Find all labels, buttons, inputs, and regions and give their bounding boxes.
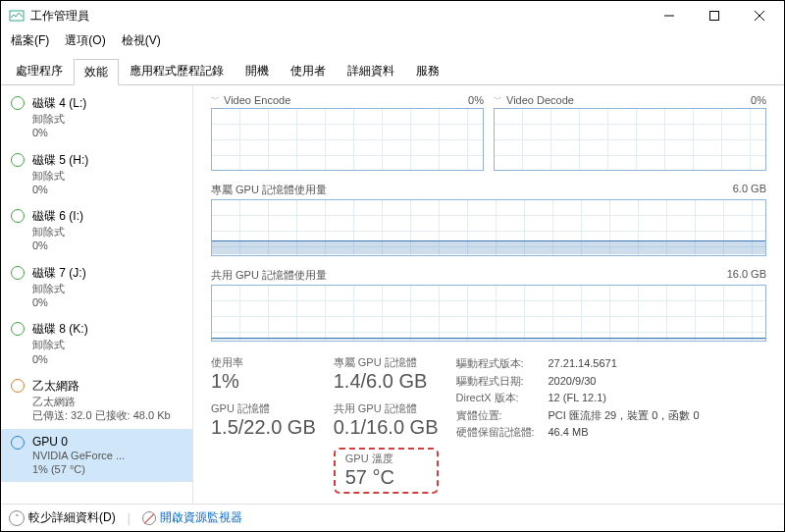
sidebar[interactable]: 磁碟 4 (L:) 卸除式 0% 磁碟 5 (H:) 卸除式 0% 磁碟 6 (… [1, 85, 193, 504]
sidebar-item-sub2: 0% [32, 126, 86, 139]
chart-video-decode[interactable]: ﹀ Video Decode 0% [494, 93, 766, 171]
sidebar-item-name: 磁碟 5 (H:) [32, 152, 88, 169]
status-dot-icon [11, 209, 25, 223]
chart-max: 6.0 GB [733, 183, 766, 197]
status-dot-icon [11, 379, 25, 393]
svg-rect-2 [710, 12, 719, 21]
tab-processes[interactable]: 處理程序 [5, 58, 74, 84]
gpu-info-table: 驅動程式版本:27.21.14.5671 驅動程式日期:2020/9/30 Di… [456, 355, 700, 494]
status-dot-icon [11, 153, 25, 167]
tabbar: 處理程序 效能 應用程式歷程記錄 開機 使用者 詳細資料 服務 [1, 54, 784, 85]
menu-file[interactable]: 檔案(F) [3, 30, 57, 50]
menubar: 檔案(F) 選項(O) 檢視(V) [1, 30, 784, 50]
chart-graph [211, 108, 484, 171]
stat-dedicated-value: 1.4/6.0 GB [334, 370, 439, 392]
sidebar-item-disk5[interactable]: 磁碟 5 (H:) 卸除式 0% [1, 146, 192, 203]
sidebar-item-disk7[interactable]: 磁碟 7 (J:) 卸除式 0% [1, 259, 192, 316]
tab-performance[interactable]: 效能 [74, 59, 119, 85]
chart-shared-gpu-mem[interactable]: 共用 GPU 記憶體使用量 16.0 GB [211, 268, 766, 342]
chart-title: Video Encode [224, 94, 290, 106]
status-dot-icon [11, 266, 25, 280]
chart-max: 16.0 GB [727, 268, 766, 283]
stat-gpumem-label: GPU 記憶體 [211, 401, 316, 416]
separator: | [128, 511, 131, 525]
chart-graph [211, 285, 766, 342]
menu-options[interactable]: 選項(O) [57, 30, 113, 50]
fewer-details-button[interactable]: ˄ 較少詳細資料(D) [9, 509, 116, 526]
stat-usage-label: 使用率 [211, 355, 316, 370]
minimize-button[interactable] [647, 1, 692, 30]
resmon-icon [142, 511, 156, 525]
gpu-temp-highlight: GPU 溫度 57 °C [334, 448, 439, 494]
chart-title: Video Decode [506, 94, 574, 106]
chart-dedicated-gpu-mem[interactable]: 專屬 GPU 記憶體使用量 6.0 GB [211, 183, 766, 256]
menu-view[interactable]: 檢視(V) [114, 30, 169, 50]
stat-dedicated-label: 專屬 GPU 記憶體 [334, 355, 439, 370]
sidebar-item-disk6[interactable]: 磁碟 6 (I:) 卸除式 0% [1, 202, 192, 259]
chart-title: 共用 GPU 記憶體使用量 [211, 268, 327, 283]
sidebar-item-gpu0[interactable]: GPU 0 NVIDIA GeForce ... 1% (57 °C) [1, 429, 192, 483]
tab-users[interactable]: 使用者 [280, 58, 337, 84]
chart-pct: 0% [468, 94, 484, 106]
window-title: 工作管理員 [30, 8, 647, 25]
sidebar-item-sub: 卸除式 [32, 112, 86, 126]
chart-video-encode[interactable]: ﹀ Video Encode 0% [211, 93, 484, 171]
tab-startup[interactable]: 開機 [235, 58, 280, 84]
stat-temp-value: 57 °C [345, 466, 427, 488]
tab-services[interactable]: 服務 [405, 58, 450, 84]
stat-shared-value: 0.1/16.0 GB [334, 416, 439, 438]
chevron-down-icon[interactable]: ﹀ [211, 93, 220, 106]
chart-title: 專屬 GPU 記憶體使用量 [211, 183, 327, 197]
titlebar: 工作管理員 [1, 1, 784, 30]
chart-graph [211, 199, 766, 256]
chevron-down-icon[interactable]: ﹀ [494, 93, 502, 106]
app-icon [9, 8, 25, 24]
status-dot-icon [11, 436, 25, 450]
stat-shared-label: 共用 GPU 記憶體 [334, 401, 439, 416]
maximize-button[interactable] [692, 1, 737, 30]
chevron-up-icon: ˄ [9, 510, 25, 526]
close-button[interactable] [737, 1, 782, 30]
footer: ˄ 較少詳細資料(D) | 開啟資源監視器 [1, 504, 784, 531]
sidebar-item-ethernet[interactable]: 乙太網路 乙太網路 已傳送: 32.0 已接收: 48.0 Kb [1, 372, 192, 429]
stat-usage-value: 1% [211, 370, 316, 392]
open-resmon-link[interactable]: 開啟資源監視器 [142, 509, 242, 526]
sidebar-item-name: 磁碟 4 (L:) [32, 95, 86, 112]
stat-gpumem-value: 1.5/22.0 GB [211, 416, 316, 438]
sidebar-item-disk8[interactable]: 磁碟 8 (K:) 卸除式 0% [1, 315, 192, 372]
tab-app-history[interactable]: 應用程式歷程記錄 [119, 58, 235, 84]
status-dot-icon [11, 322, 25, 336]
chart-pct: 0% [751, 94, 766, 106]
tab-details[interactable]: 詳細資料 [337, 58, 405, 84]
sidebar-item-disk4[interactable]: 磁碟 4 (L:) 卸除式 0% [1, 89, 192, 146]
stat-temp-label: GPU 溫度 [345, 452, 427, 466]
chart-graph [494, 108, 766, 171]
status-dot-icon [11, 96, 25, 110]
content: ﹀ Video Encode 0% ﹀ Video Decode 0% 專屬 G… [193, 85, 784, 504]
